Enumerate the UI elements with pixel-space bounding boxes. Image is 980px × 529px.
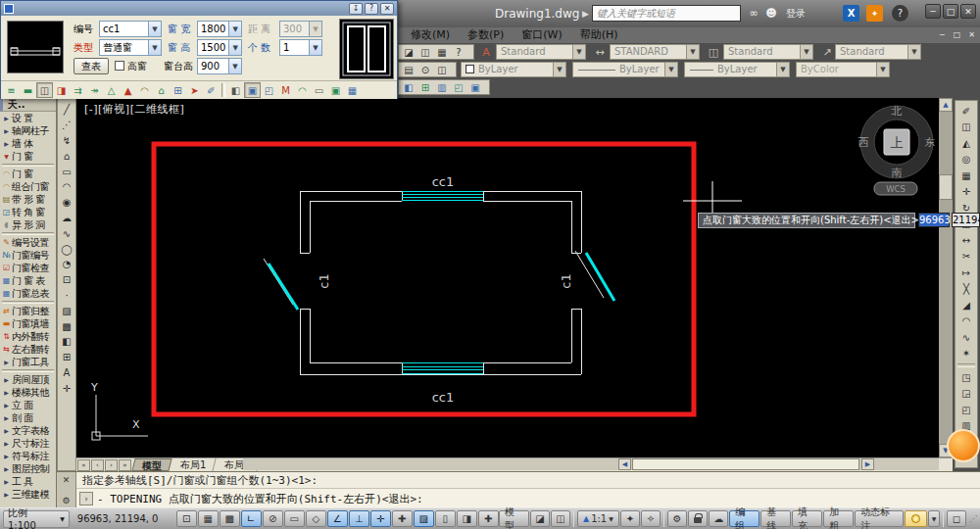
offset-icon[interactable]: ◎ — [957, 152, 975, 168]
type-combo[interactable]: 普通窗 ▼ — [99, 39, 162, 56]
chevron-down-icon[interactable]: ▼ — [800, 45, 812, 59]
sidebar-item-fangjianwuding[interactable]: ▶房间屋顶 — [0, 373, 56, 386]
tab-first-icon[interactable]: « — [77, 459, 90, 471]
text-icon[interactable]: A — [59, 365, 74, 381]
object-color-combo[interactable]: ByLayer ▼ — [461, 62, 566, 77]
sidebar-item-fuhaobiaozhu[interactable]: ▶符号标注 — [0, 450, 56, 462]
chevron-down-icon[interactable]: ▼ — [553, 63, 565, 76]
text-style-combo[interactable]: Standard ▼ — [496, 44, 586, 60]
insert-window-band-icon[interactable]: ▬ — [20, 82, 36, 98]
wall-equal-insert-icon[interactable]: △ — [103, 82, 120, 98]
dynamic-input-x[interactable]: 96963 — [918, 213, 950, 227]
sidebar-item-limian[interactable]: ▶立 面 — [0, 399, 56, 411]
promo-badge[interactable] — [947, 429, 980, 462]
dialog-close-icon[interactable]: ✕ — [380, 3, 394, 15]
chevron-down-icon[interactable]: ▼ — [148, 22, 161, 36]
chevron-down-icon[interactable]: ▼ — [907, 45, 920, 59]
autodesk360-icon[interactable]: ✦ — [866, 5, 883, 22]
sidebar-item-menchuang-cmd[interactable]: ◠门 窗 — [0, 168, 56, 180]
chevron-down-icon[interactable]: ▼ — [228, 40, 241, 55]
search-input[interactable] — [592, 5, 741, 22]
view-tools-icon[interactable]: ▥ — [434, 80, 450, 94]
chevron-down-icon[interactable]: ▼ — [776, 63, 789, 76]
arc-window-icon[interactable]: ◠ — [294, 82, 311, 98]
erase-icon[interactable]: ✐ — [957, 103, 975, 120]
axis-equal-insert-icon[interactable]: ↠ — [86, 82, 103, 98]
drawing-canvas[interactable]: [-][俯视][二维线框] — [76, 98, 939, 457]
object-snap-toggle[interactable]: ▭ — [284, 510, 305, 527]
number-combo[interactable]: cc1 ▼ — [99, 21, 162, 37]
sidebar-item-qiangti[interactable]: ▶墙 体 — [0, 137, 56, 150]
sidebar-item-tianqiang[interactable]: ▬门窗填墙 — [0, 317, 56, 330]
insert-door-icon[interactable]: ≡ — [3, 82, 20, 98]
along-wall-insert-icon[interactable]: ⇉ — [70, 82, 86, 98]
sidebar-item-daixingchuang[interactable]: ▤带 形 窗 — [0, 193, 56, 206]
exchange-apps-icon[interactable]: X — [843, 5, 859, 22]
spline-icon[interactable]: ∿ — [59, 225, 74, 241]
trim-icon[interactable]: ✂ — [957, 249, 975, 265]
array-icon[interactable]: ▦ — [957, 168, 975, 184]
sidebar-item-zhouwangzhuzi[interactable]: ▶轴网柱子 — [0, 124, 56, 137]
dynamic-dim-toggle-button[interactable]: 动态标注 — [855, 510, 904, 527]
scale-selector[interactable]: 比例 1:100 ▼ — [3, 510, 70, 528]
infer-constraints-toggle[interactable]: ⊡ — [176, 510, 197, 527]
copy-icon[interactable]: ◫ — [957, 120, 975, 136]
horizontal-scroll-thumb[interactable] — [632, 458, 859, 470]
mirror-icon[interactable]: ◭ — [957, 135, 975, 152]
break-icon[interactable]: ╳ — [957, 281, 975, 298]
extend-icon[interactable]: ↦ — [957, 264, 975, 281]
menu-parameters[interactable]: 参数(P) — [459, 27, 513, 43]
chevron-down-icon[interactable]: ▼ — [664, 63, 677, 76]
annotation-visibility-icon[interactable]: ✦ — [620, 510, 640, 527]
replace-icon[interactable]: ➤ — [186, 82, 203, 98]
vertical-scrollbar[interactable]: ▲ ▼ — [939, 98, 953, 457]
menu-modify[interactable]: 修改(M) — [402, 27, 459, 43]
sidebar-item-zuoyoufanzhuan[interactable]: ⇆左右翻转 — [0, 343, 56, 356]
doc-restore-button[interactable]: □ — [951, 29, 963, 41]
construction-line-icon[interactable]: ⋰ — [59, 118, 74, 133]
chevron-down-icon[interactable]: ▼ — [572, 45, 585, 59]
layer-panel-icon[interactable]: ◰ — [451, 80, 466, 94]
model-space-button[interactable]: 模型 — [499, 510, 529, 527]
chevron-down-icon[interactable]: ▼ — [228, 59, 241, 73]
sidebar-item-gongju[interactable]: ▶工 具 — [0, 475, 56, 488]
width-label[interactable]: 窗 宽 — [168, 21, 190, 37]
type-label[interactable]: 类型 — [74, 39, 93, 56]
sidebar-item-poumian[interactable]: ▶剖 面 — [0, 411, 56, 424]
quickcalc-icon[interactable]: ▦ — [434, 45, 450, 59]
close-button[interactable]: ✕ — [960, 4, 976, 19]
scroll-right-icon[interactable]: ▶ — [861, 458, 874, 470]
doc-minimize-button[interactable]: ─ — [936, 29, 949, 41]
grid-display-toggle[interactable]: ▩ — [220, 510, 240, 527]
tab-last-icon[interactable]: » — [119, 459, 131, 471]
high-window-checkbox[interactable] — [115, 61, 124, 71]
special-window-icon[interactable]: ▣ — [327, 82, 344, 98]
tool-palettes-icon[interactable]: ◪ — [401, 45, 416, 59]
pin-icon[interactable]: ↧ — [349, 3, 363, 15]
explode-icon[interactable]: ✶ — [957, 346, 975, 362]
quickview-layouts-icon[interactable]: ◫ — [551, 510, 570, 527]
lineweight-display-toggle[interactable]: ▨ — [414, 510, 434, 527]
tab-layout1[interactable]: 布局1 — [171, 458, 217, 471]
show-lineweight-toggle[interactable]: ✚ — [392, 510, 413, 527]
selection-cycling-toggle[interactable]: ✚ — [478, 510, 499, 527]
corner-insert-icon[interactable]: ▲ — [120, 82, 136, 98]
binoculars-search-icon[interactable]: ∞ — [745, 5, 762, 22]
point-icon[interactable]: · — [59, 288, 74, 304]
ungroup-icon[interactable]: ◲ — [957, 386, 975, 403]
3d-object-snap-toggle[interactable]: ◇ — [306, 510, 326, 527]
chevron-down-icon[interactable]: ▼ — [928, 510, 940, 527]
elevation-preview[interactable] — [339, 19, 394, 79]
sidebar-item-menchuangzongbiao[interactable]: ▦门窗总表 — [0, 287, 56, 300]
restore-button[interactable]: □ — [943, 4, 958, 19]
rectangle-icon[interactable]: ▭ — [59, 164, 74, 179]
width-combo[interactable]: 1800 ▼ — [197, 21, 242, 37]
chamfer-icon[interactable]: ◢ — [957, 297, 975, 313]
workspace-icon[interactable]: ◧ — [401, 80, 416, 94]
help-icon[interactable]: ? — [892, 5, 908, 22]
sidebar-item-guizheng[interactable]: ⇄门窗归整 — [0, 305, 56, 317]
ortho-mode-toggle[interactable]: ∟ — [241, 510, 262, 527]
batch-insert-icon[interactable]: ⊞ — [170, 82, 186, 98]
linetype-combo[interactable]: ByLayer ▼ — [572, 62, 678, 77]
lookup-table-button[interactable]: 查表 — [74, 58, 109, 74]
